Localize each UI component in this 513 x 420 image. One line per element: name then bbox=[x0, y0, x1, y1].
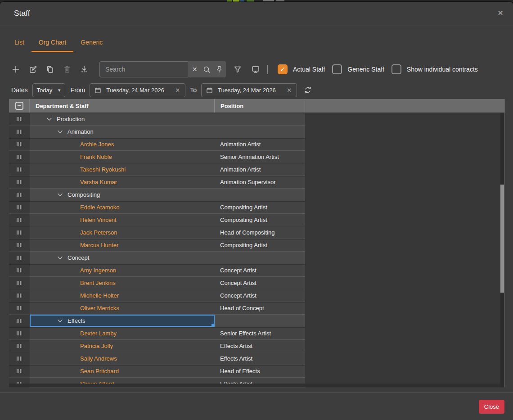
table-row[interactable]: Amy Ingerson Concept Artist bbox=[9, 264, 504, 277]
pin-icon[interactable] bbox=[213, 63, 225, 76]
department-staff-cell[interactable]: Amy Ingerson bbox=[30, 264, 215, 277]
row-drag-handle[interactable] bbox=[9, 214, 30, 226]
position-cell[interactable]: Concept Artist bbox=[215, 264, 305, 277]
department-staff-cell[interactable]: Sally Andrews bbox=[30, 352, 215, 365]
refresh-icon[interactable] bbox=[302, 84, 314, 96]
position-cell[interactable]: Effects Artist bbox=[215, 352, 305, 365]
department-staff-cell[interactable]: Effects bbox=[30, 315, 215, 327]
export-download-icon[interactable] bbox=[78, 63, 90, 76]
table-row[interactable]: Animation bbox=[9, 126, 504, 138]
table-row[interactable]: Brent Jenkins Concept Artist bbox=[9, 277, 504, 289]
department-staff-cell[interactable]: Dexter Lamby bbox=[30, 327, 215, 340]
row-drag-handle[interactable] bbox=[9, 327, 30, 340]
department-staff-cell[interactable]: Michelle Holter bbox=[30, 289, 215, 302]
row-drag-handle[interactable] bbox=[9, 264, 30, 277]
from-date-clear-icon[interactable]: ✕ bbox=[174, 87, 181, 94]
row-drag-handle[interactable] bbox=[9, 302, 30, 315]
row-drag-handle[interactable] bbox=[9, 138, 30, 151]
to-date-field[interactable]: Tuesday, 24 Mar 2026 ✕ bbox=[201, 83, 297, 97]
table-row[interactable]: Archie Jones Animation Artist bbox=[9, 138, 504, 151]
table-row[interactable]: Varsha Kumar Animation Supervisor bbox=[9, 176, 504, 189]
chevron-down-icon[interactable] bbox=[58, 256, 63, 260]
position-cell[interactable]: Compositing Artist bbox=[215, 239, 305, 252]
clear-search-icon[interactable]: ✕ bbox=[189, 63, 201, 76]
department-staff-cell[interactable]: Brent Jenkins bbox=[30, 277, 215, 289]
date-preset-select[interactable]: Today ▾ bbox=[32, 83, 65, 97]
copy-icon[interactable] bbox=[44, 63, 56, 76]
generic-staff-checkbox[interactable]: ✓ bbox=[332, 64, 342, 74]
position-cell[interactable]: Senior Animation Artist bbox=[215, 151, 305, 163]
position-cell[interactable]: Compositing Artist bbox=[215, 214, 305, 226]
header-position[interactable]: Position bbox=[215, 99, 305, 113]
table-row[interactable]: Oliver Merricks Head of Concept bbox=[9, 302, 504, 315]
row-drag-handle[interactable] bbox=[9, 201, 30, 214]
department-staff-cell[interactable]: Varsha Kumar bbox=[30, 176, 215, 189]
position-cell[interactable] bbox=[215, 113, 305, 126]
edit-icon[interactable] bbox=[27, 63, 39, 76]
position-cell[interactable] bbox=[215, 315, 305, 327]
dialog-close-icon[interactable]: ✕ bbox=[496, 9, 505, 18]
table-row[interactable]: Concept bbox=[9, 252, 504, 264]
position-cell[interactable]: Concept Artist bbox=[215, 277, 305, 289]
chevron-down-icon[interactable] bbox=[58, 193, 63, 197]
add-icon[interactable] bbox=[9, 63, 22, 76]
filter-icon[interactable] bbox=[231, 63, 244, 76]
department-staff-cell[interactable]: Archie Jones bbox=[30, 138, 215, 151]
table-row[interactable]: Sean Pritchard Head of Effects bbox=[9, 365, 504, 378]
search-input[interactable] bbox=[99, 61, 188, 77]
table-row[interactable]: Marcus Hunter Compositing Artist bbox=[9, 239, 504, 252]
row-drag-handle[interactable] bbox=[9, 365, 30, 378]
position-cell[interactable]: Senior Effects Artist bbox=[215, 327, 305, 340]
row-drag-handle[interactable] bbox=[9, 163, 30, 176]
collapse-all-checkbox[interactable] bbox=[15, 102, 23, 110]
department-staff-cell[interactable]: Takeshi Ryokushi bbox=[30, 163, 215, 176]
department-staff-cell[interactable]: Frank Noble bbox=[30, 151, 215, 163]
delete-icon[interactable] bbox=[61, 63, 73, 76]
row-drag-handle[interactable] bbox=[9, 189, 30, 201]
position-cell[interactable]: Animation Artist bbox=[215, 138, 305, 151]
table-row[interactable]: Frank Noble Senior Animation Artist bbox=[9, 151, 504, 163]
table-row[interactable]: Dexter Lamby Senior Effects Artist bbox=[9, 327, 504, 340]
row-drag-handle[interactable] bbox=[9, 315, 30, 327]
row-drag-handle[interactable] bbox=[9, 352, 30, 365]
header-department-staff[interactable]: Department & Staff bbox=[30, 99, 215, 113]
department-staff-cell[interactable]: Sean Pritchard bbox=[30, 365, 215, 378]
table-row[interactable]: Helen Vincent Compositing Artist bbox=[9, 214, 504, 226]
position-cell[interactable]: Head of Effects bbox=[215, 365, 305, 378]
chevron-down-icon[interactable] bbox=[47, 117, 52, 121]
department-staff-cell[interactable]: Jack Peterson bbox=[30, 226, 215, 239]
table-row[interactable]: Compositing bbox=[9, 189, 504, 201]
department-staff-cell[interactable]: Marcus Hunter bbox=[30, 239, 215, 252]
tab-list[interactable]: List bbox=[7, 34, 32, 52]
table-row[interactable]: Patricia Jolly Effects Artist bbox=[9, 340, 504, 352]
table-row[interactable]: Michelle Holter Concept Artist bbox=[9, 289, 504, 302]
close-button[interactable]: Close bbox=[479, 400, 504, 414]
department-staff-cell[interactable]: Helen Vincent bbox=[30, 214, 215, 226]
position-cell[interactable] bbox=[215, 126, 305, 138]
position-cell[interactable] bbox=[215, 252, 305, 264]
horizontal-scrollbar[interactable] bbox=[9, 384, 500, 387]
department-staff-cell[interactable]: Eddie Atamoko bbox=[30, 201, 215, 214]
row-drag-handle[interactable] bbox=[9, 277, 30, 289]
from-date-field[interactable]: Tuesday, 24 Mar 2026 ✕ bbox=[90, 83, 185, 97]
checkbox-individual-contracts[interactable]: ✓ Show individual contracts bbox=[392, 64, 478, 74]
position-cell[interactable]: Head of Compositing bbox=[215, 226, 305, 239]
row-drag-handle[interactable] bbox=[9, 126, 30, 138]
table-row[interactable]: Sally Andrews Effects Artist bbox=[9, 352, 504, 365]
chevron-down-icon[interactable] bbox=[58, 319, 63, 323]
row-drag-handle[interactable] bbox=[9, 252, 30, 264]
chevron-down-icon[interactable] bbox=[58, 130, 63, 134]
table-row[interactable]: Jack Peterson Head of Compositing bbox=[9, 226, 504, 239]
search-icon[interactable] bbox=[201, 63, 213, 76]
table-row[interactable]: Eddie Atamoko Compositing Artist bbox=[9, 201, 504, 214]
department-staff-cell[interactable]: Patricia Jolly bbox=[30, 340, 215, 352]
position-cell[interactable]: Animation Supervisor bbox=[215, 176, 305, 189]
position-cell[interactable]: Effects Artist bbox=[215, 340, 305, 352]
position-cell[interactable]: Compositing Artist bbox=[215, 201, 305, 214]
vertical-scrollbar[interactable] bbox=[500, 113, 504, 387]
to-date-clear-icon[interactable]: ✕ bbox=[286, 87, 292, 94]
checkbox-generic-staff[interactable]: ✓ Generic Staff bbox=[332, 64, 384, 74]
actual-staff-checkbox[interactable]: ✓ bbox=[278, 64, 288, 74]
row-drag-handle[interactable] bbox=[9, 226, 30, 239]
position-cell[interactable]: Head of Concept bbox=[215, 302, 305, 315]
